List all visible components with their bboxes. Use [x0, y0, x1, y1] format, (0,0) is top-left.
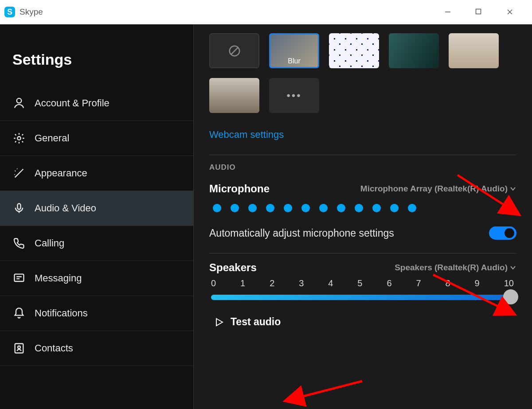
sidebar-item-general[interactable]: General: [0, 121, 193, 156]
sidebar-item-label: General: [35, 132, 69, 144]
microphone-label: Microphone: [209, 183, 270, 195]
slider-thumb[interactable]: [503, 289, 518, 304]
sidebar-item-contacts[interactable]: Contacts: [0, 331, 193, 366]
chevron-down-icon: [509, 185, 516, 192]
svg-line-11: [231, 47, 238, 54]
divider: [209, 155, 516, 155]
slider-tick: 7: [416, 278, 421, 288]
microphone-device-dropdown[interactable]: Microphone Array (Realtek(R) Audio): [360, 184, 516, 194]
mic-level-dot: [390, 204, 399, 212]
speakers-device-name: Speakers (Realtek(R) Audio): [395, 263, 508, 273]
mic-level-dot: [284, 204, 292, 212]
slider-tick: 8: [446, 278, 450, 288]
titlebar: S Skype: [0, 0, 532, 24]
svg-rect-1: [476, 9, 481, 14]
speakers-label: Speakers: [209, 261, 257, 274]
mic-level-dot: [231, 204, 239, 212]
svg-point-5: [17, 136, 20, 140]
maximize-button[interactable]: [475, 8, 489, 16]
sidebar-item-label: Calling: [35, 238, 64, 249]
speakers-row: Speakers Speakers (Realtek(R) Audio): [209, 261, 516, 274]
chevron-down-icon: [509, 264, 516, 271]
slider-tick: 5: [357, 278, 362, 288]
phone-icon: [12, 237, 26, 250]
sidebar-item-audio-video[interactable]: Audio & Video: [0, 191, 193, 226]
mic-level-dot: [337, 204, 345, 212]
slider-track: [211, 295, 515, 300]
mic-level-dot: [372, 204, 381, 212]
microphone-device-name: Microphone Array (Realtek(R) Audio): [360, 184, 508, 194]
sidebar-item-calling[interactable]: Calling: [0, 226, 193, 261]
background-pattern-2-tile[interactable]: [389, 33, 439, 68]
speaker-volume-slider[interactable]: [211, 291, 515, 304]
webcam-settings-link[interactable]: Webcam settings: [209, 129, 284, 140]
chat-icon: [12, 272, 26, 285]
settings-title: Settings: [0, 24, 193, 86]
skype-logo-icon: S: [4, 7, 15, 17]
sidebar-item-notifications[interactable]: Notifications: [0, 296, 193, 331]
sidebar-item-appearance[interactable]: Appearance: [0, 156, 193, 191]
slider-ticks: 012345678910: [209, 278, 516, 291]
background-room-tile[interactable]: [209, 78, 259, 113]
test-audio-button[interactable]: Test audio: [214, 316, 516, 328]
mic-level-dot: [301, 204, 310, 212]
auto-adjust-row: Automatically adjust microphone settings: [209, 226, 516, 240]
auto-adjust-toggle[interactable]: [489, 226, 516, 240]
sidebar-item-account-profile[interactable]: Account & Profile: [0, 86, 193, 121]
background-pattern-3-tile[interactable]: [449, 33, 499, 68]
slider-tick: 2: [270, 278, 274, 288]
svg-point-4: [17, 98, 22, 103]
annotation-arrow: [278, 377, 367, 408]
slider-tick: 1: [240, 278, 245, 288]
mic-level-dot: [319, 204, 328, 212]
slider-tick: 0: [211, 278, 216, 288]
sidebar-item-label: Notifications: [35, 308, 88, 319]
background-effects-row: Blur •••: [209, 33, 516, 113]
speakers-device-dropdown[interactable]: Speakers (Realtek(R) Audio): [395, 263, 516, 273]
more-icon: •••: [286, 90, 301, 102]
background-blur-tile[interactable]: Blur: [269, 33, 319, 68]
annotation-arrow: [194, 182, 198, 235]
svg-rect-7: [15, 274, 24, 281]
wand-icon: [12, 167, 26, 180]
divider: [209, 253, 516, 253]
sidebar-item-label: Messaging: [35, 273, 82, 284]
speaker-volume-slider-area: 012345678910: [209, 278, 516, 304]
toggle-knob: [505, 228, 514, 238]
svg-rect-6: [18, 204, 21, 210]
background-pattern-1-tile[interactable]: [329, 33, 379, 68]
person-icon: [12, 97, 26, 110]
sidebar-item-messaging[interactable]: Messaging: [0, 261, 193, 296]
test-audio-label: Test audio: [231, 316, 281, 328]
mic-level-dot: [355, 204, 363, 212]
close-button[interactable]: [506, 8, 520, 16]
window-controls: [444, 8, 528, 16]
settings-content: Blur ••• Webcam settings AUDIO Microphon…: [194, 24, 532, 409]
slider-tick: 4: [328, 278, 333, 288]
svg-marker-12: [216, 319, 223, 326]
microphone-level-meter: [213, 204, 516, 212]
minimize-button[interactable]: [444, 8, 458, 16]
annotation-arrow: [453, 171, 532, 224]
gear-icon: [12, 132, 26, 145]
contacts-icon: [12, 342, 26, 355]
slider-tick: 10: [504, 278, 514, 288]
microphone-row: Microphone Microphone Array (Realtek(R) …: [209, 183, 516, 195]
background-none-tile[interactable]: [209, 33, 259, 68]
sidebar-item-label: Audio & Video: [35, 203, 96, 214]
audio-section-label: AUDIO: [209, 163, 516, 172]
microphone-icon: [12, 202, 26, 215]
window-title: Skype: [20, 7, 43, 17]
sidebar-item-label: Appearance: [35, 167, 87, 179]
background-more-tile[interactable]: •••: [269, 78, 319, 113]
slider-tick: 6: [387, 278, 391, 288]
slider-tick: 9: [475, 278, 480, 288]
slider-tick: 3: [299, 278, 304, 288]
mic-level-dot: [408, 204, 416, 212]
mic-level-dot: [213, 204, 221, 212]
play-icon: [214, 317, 224, 327]
sidebar-item-label: Contacts: [35, 343, 73, 354]
svg-line-16: [285, 381, 362, 401]
svg-point-9: [18, 346, 20, 349]
background-blur-label: Blur: [270, 57, 318, 65]
